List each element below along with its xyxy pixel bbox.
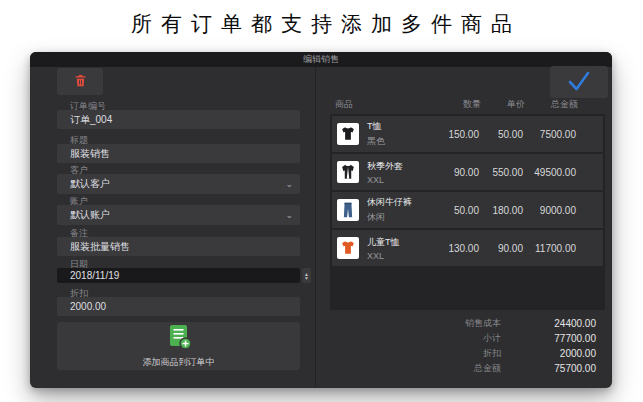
summary-row-subtotal: 小计 77700.00 (330, 331, 596, 346)
product-variant: 休闲 (367, 211, 412, 224)
window-titlebar: 编辑销售 (30, 52, 612, 67)
edit-sale-window: 编辑销售 订单编号 标题 客户 (30, 52, 612, 388)
row-quantity: 90.00 (429, 167, 479, 178)
summary-label: 小计 (330, 332, 501, 345)
product-variant: XXL (367, 175, 403, 185)
add-products-button[interactable]: 添加商品到订单中 (57, 322, 300, 370)
summary-label: 折扣 (330, 347, 501, 360)
date-input[interactable]: 2018/11/19 (57, 268, 300, 283)
product-name: 休闲牛仔裤 (367, 196, 412, 209)
trash-icon (73, 73, 88, 91)
products-table: T恤 黑色 150.00 50.00 7500.00 秋季外套 XXL (330, 114, 605, 310)
chevron-down-icon: ⌄ (285, 205, 293, 225)
row-total: 9000.00 (523, 205, 576, 216)
row-quantity: 150.00 (429, 129, 479, 140)
title-input[interactable] (57, 144, 300, 163)
row-quantity: 130.00 (429, 243, 479, 254)
header-total: 总金额 (525, 98, 578, 111)
customer-select[interactable]: 默认客户 ⌄ (57, 174, 300, 194)
header-quantity: 数量 (431, 98, 481, 111)
summary-row-total: 总金额 75700.00 (330, 361, 596, 376)
screenshot: 所有订单都支持添加多件商品 编辑销售 订 (0, 0, 643, 402)
delete-order-button[interactable] (57, 68, 103, 95)
summary-value: 24400.00 (501, 318, 596, 329)
account-select-value: 默认账户 (70, 209, 110, 220)
window-title: 编辑销售 (303, 54, 339, 64)
product-name: T恤 (367, 120, 385, 133)
discount-input[interactable] (57, 297, 300, 316)
note-input[interactable] (57, 237, 300, 256)
row-total: 11700.00 (523, 243, 576, 254)
date-stepper[interactable]: ▲ ▼ (302, 268, 311, 283)
summary-row-discount: 折扣 2000.00 (330, 346, 596, 361)
product-name: 秋季外套 (367, 160, 403, 173)
table-row[interactable]: 秋季外套 XXL 90.00 550.00 49500.00 (332, 154, 603, 190)
customer-select-value: 默认客户 (70, 178, 110, 189)
summary-row-cost: 销售成本 24400.00 (330, 316, 596, 331)
table-row[interactable]: T恤 黑色 150.00 50.00 7500.00 (332, 116, 603, 152)
order-number-input[interactable] (57, 110, 300, 129)
account-select[interactable]: 默认账户 ⌄ (57, 205, 300, 225)
jeans-icon (337, 199, 359, 221)
product-name: 儿童T恤 (367, 236, 400, 249)
tshirt-orange-icon (337, 237, 359, 259)
product-variant: XXL (367, 251, 400, 261)
invoice-add-icon (166, 324, 192, 352)
page-title: 所有订单都支持添加多件商品 (0, 10, 643, 38)
row-total: 49500.00 (523, 167, 576, 178)
row-quantity: 50.00 (429, 205, 479, 216)
add-products-label: 添加商品到订单中 (143, 356, 215, 369)
product-variant: 黑色 (367, 135, 385, 148)
row-unit-price: 50.00 (479, 129, 523, 140)
summary-value: 75700.00 (501, 363, 596, 374)
summary-value: 77700.00 (501, 333, 596, 344)
confirm-button[interactable] (550, 66, 608, 98)
panel-divider (315, 67, 316, 388)
summary-label: 总金额 (330, 362, 501, 375)
row-unit-price: 550.00 (479, 167, 523, 178)
header-product: 商品 (330, 98, 431, 111)
check-icon (566, 70, 592, 95)
table-row[interactable]: 休闲牛仔裤 休闲 50.00 180.00 9000.00 (332, 192, 603, 228)
table-header-row: 商品 数量 单价 总金额 (330, 98, 605, 111)
order-summary: 销售成本 24400.00 小计 77700.00 折扣 2000.00 总金额… (330, 316, 596, 376)
header-unit-price: 单价 (481, 98, 525, 111)
row-unit-price: 90.00 (479, 243, 523, 254)
row-total: 7500.00 (523, 129, 576, 140)
table-row[interactable]: 儿童T恤 XXL 130.00 90.00 11700.00 (332, 230, 603, 266)
tshirt-black-icon (337, 123, 359, 145)
jacket-icon (337, 161, 359, 183)
summary-label: 销售成本 (330, 317, 501, 330)
stepper-down-icon: ▼ (304, 276, 309, 280)
chevron-down-icon: ⌄ (285, 174, 293, 194)
row-unit-price: 180.00 (479, 205, 523, 216)
summary-value: 2000.00 (501, 348, 596, 359)
